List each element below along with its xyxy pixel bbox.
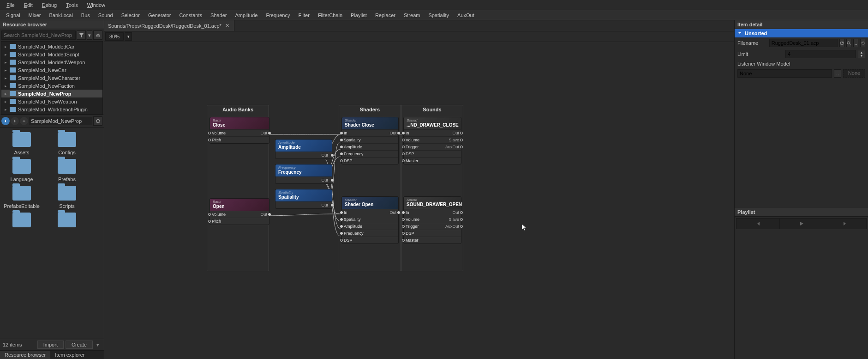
arrow-right-icon	[12, 119, 17, 123]
menu-file[interactable]: File	[2, 1, 19, 9]
nav-back-button[interactable]	[1, 117, 10, 125]
limit-spinner[interactable]: ▲▼	[858, 50, 865, 58]
folder-item[interactable]: PrefabsEditable	[4, 186, 40, 209]
folder-icon	[12, 132, 31, 147]
resource-tree[interactable]: ▸SampleMod_ModdedCar▸SampleMod_ModdedScr…	[1, 41, 103, 115]
folder-icon	[58, 213, 76, 227]
browse-file-button[interactable]: ..	[853, 39, 858, 47]
node-sound-open[interactable]: SoundSOUND_DRAWER_OPEN InOut VolumeSlave…	[403, 196, 461, 244]
refresh-button[interactable]	[93, 116, 102, 126]
expand-icon: ▸	[3, 107, 8, 112]
tool-spatiality[interactable]: Spatiality	[424, 11, 453, 19]
folder-icon	[10, 67, 16, 73]
import-button[interactable]: Import	[37, 341, 64, 349]
node-bank-open[interactable]: BankOpen VolumeOut Pitch	[210, 198, 269, 225]
folder-item[interactable]: Language	[4, 159, 40, 182]
menu-debug[interactable]: Debug	[37, 1, 61, 9]
tree-item[interactable]: ▸SampleMod_NewFaction	[1, 82, 102, 90]
filter-dropdown[interactable]: ▾	[87, 30, 92, 40]
tool-stream[interactable]: Stream	[400, 11, 424, 19]
folder-item[interactable]: Assets	[4, 132, 40, 155]
nav-forward-button[interactable]	[11, 117, 19, 125]
zoom-dropdown[interactable]: ▾	[125, 32, 132, 41]
tab-resource-browser[interactable]: Resource browser	[0, 351, 50, 359]
tool-sound[interactable]: Sound	[94, 11, 117, 19]
folder-item[interactable]	[49, 213, 85, 230]
resource-browser-panel: Resource browser ▾ ▸SampleMod_ModdedCar▸…	[0, 20, 104, 359]
node-bank-close[interactable]: BankClose VolumeOut Pitch	[210, 117, 269, 144]
tree-item[interactable]: ▸SampleMod_ModdedScript	[1, 50, 102, 58]
folder-label: Configs	[58, 150, 75, 155]
gear-icon	[96, 33, 101, 38]
playlist-prev-button[interactable]	[736, 219, 780, 229]
section-unsorted[interactable]: Unsorted	[735, 29, 868, 37]
create-dropdown[interactable]: ▾	[95, 342, 101, 348]
filter-button[interactable]	[77, 30, 86, 40]
tree-item[interactable]: ▸SampleMod_NewProp	[1, 90, 102, 97]
menu-window[interactable]: Window	[83, 1, 110, 9]
tool-replacer[interactable]: Replacer	[371, 11, 400, 19]
tool-constants[interactable]: Constants	[175, 11, 207, 19]
playlist-controls	[736, 218, 867, 229]
menu-tools[interactable]: Tools	[61, 1, 83, 9]
create-button[interactable]: Create	[66, 341, 93, 349]
tree-item-label: SampleMod_ModdedCar	[18, 44, 74, 49]
tree-item[interactable]: ▸SampleMod_ModdedCar	[1, 43, 102, 50]
tree-item[interactable]: ▸SampleMod_NewWeapon	[1, 97, 102, 105]
mouse-cursor-icon	[522, 224, 527, 231]
limit-input[interactable]	[785, 50, 856, 58]
tool-banklocal[interactable]: BankLocal	[45, 11, 77, 19]
folder-item[interactable]: Prefabs	[49, 159, 85, 182]
folder-item[interactable]: Scripts	[49, 186, 85, 209]
tree-item[interactable]: ▸SampleMod_WorkbenchPlugin	[1, 105, 102, 113]
node-frequency[interactable]: FrequencyFrequency Out	[275, 164, 332, 184]
menu-edit[interactable]: Edit	[19, 1, 37, 9]
tool-auxout[interactable]: AuxOut	[453, 11, 479, 19]
tree-item[interactable]: ▸SampleMod_ModdedWeapon	[1, 58, 102, 66]
folder-icon	[58, 132, 76, 147]
external-link-icon	[840, 41, 844, 45]
search-input[interactable]	[1, 30, 76, 40]
tree-item[interactable]: ▸SampleMod_NewCharacter	[1, 74, 102, 82]
close-tab-button[interactable]: ✕	[224, 23, 230, 29]
tool-playlist[interactable]: Playlist	[347, 11, 371, 19]
tool-amplitude[interactable]: Amplitude	[231, 11, 262, 19]
tree-item-label: SampleMod_WorkbenchPlugin	[18, 107, 88, 112]
tool-filterchain[interactable]: FilterChain	[314, 11, 347, 19]
folder-icon	[58, 186, 76, 201]
filename-input[interactable]	[769, 39, 838, 47]
folder-icon	[10, 52, 16, 57]
tree-item[interactable]: ▸SampleMod_NewCar	[1, 66, 102, 74]
folder-grid[interactable]: AssetsConfigsLanguagePrefabsPrefabsEdita…	[0, 128, 104, 339]
find-file-button[interactable]	[846, 39, 851, 47]
tool-filter[interactable]: Filter	[294, 11, 313, 19]
tab-item-explorer[interactable]: Item explorer	[50, 351, 89, 359]
open-file-button[interactable]	[839, 39, 844, 47]
revert-file-button[interactable]	[860, 39, 865, 47]
node-shader-open[interactable]: ShaderShader Open InOut Spatiality Ampli…	[341, 196, 399, 244]
node-sound-close[interactable]: Sound...ND_DRAWER_CLOSE InOut VolumeSlav…	[403, 117, 461, 164]
settings-button[interactable]	[93, 30, 102, 40]
tool-generator[interactable]: Generator	[144, 11, 175, 19]
listener-window-model-input[interactable]	[737, 69, 832, 78]
file-tab[interactable]: Sounds/Props/RuggedDesk/RuggedDesk_01.ac…	[104, 20, 234, 31]
nav-up-button[interactable]	[20, 117, 28, 125]
node-amplitude[interactable]: AmplitudeAmplitude Out	[275, 139, 332, 159]
folder-item[interactable]	[4, 213, 40, 230]
playlist-next-button[interactable]	[823, 219, 866, 229]
tool-mixer[interactable]: Mixer	[24, 11, 45, 19]
folder-icon	[12, 159, 31, 174]
zoom-level[interactable]: 80%	[105, 32, 124, 41]
tool-signal[interactable]: Signal	[2, 11, 24, 19]
node-graph-canvas[interactable]: Audio Banks Shaders Sounds BankClose Vol…	[104, 42, 734, 359]
tool-selector[interactable]: Selector	[117, 11, 144, 19]
node-shader-close[interactable]: ShaderShader Close InOut Spatiality Ampl…	[341, 117, 399, 164]
lwm-preview: None	[843, 69, 865, 78]
folder-item[interactable]: Configs	[49, 132, 85, 155]
browse-lwm-button[interactable]: ..	[834, 69, 841, 78]
node-spatiality[interactable]: SpatialitySpatiality Out	[275, 189, 332, 209]
playlist-play-button[interactable]	[780, 219, 823, 229]
tool-shader[interactable]: Shader	[206, 11, 231, 19]
tool-bus[interactable]: Bus	[77, 11, 94, 19]
tool-frequency[interactable]: Frequency	[262, 11, 294, 19]
